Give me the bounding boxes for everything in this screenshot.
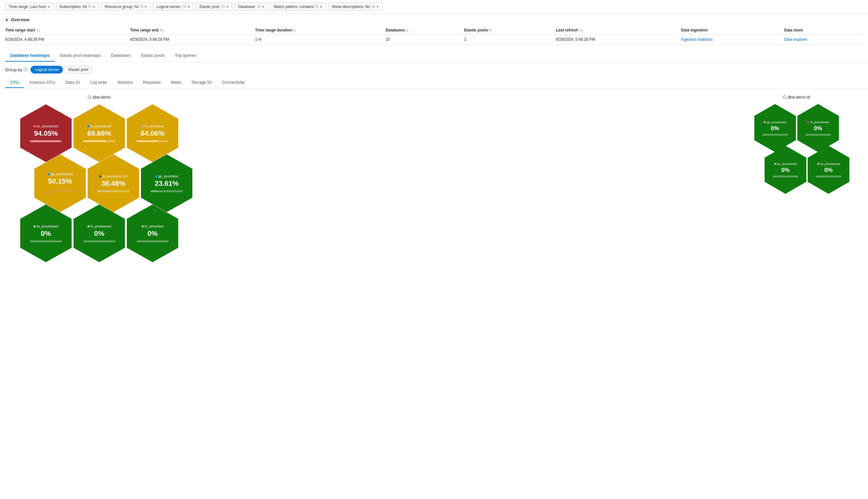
overview-section: ∧ Overview Time range start ↑↓ Time rang… (0, 13, 868, 45)
cluster-dbw-demo-label: ⬡ dbw-demo (88, 95, 110, 99)
cell-duration: 1 hr (255, 35, 386, 45)
sort-icon: ↑↓ (36, 28, 40, 33)
heatmap-spacer (213, 95, 724, 263)
hex-dr-gp-provisioned[interactable]: gp_provisioned 0% (754, 104, 796, 152)
info-icon: ⓘ (222, 4, 225, 9)
hex-hi-provisioned-69[interactable]: hi_provisioned 69.66% (73, 104, 125, 162)
subscription-filter[interactable]: Subscription: Allⓘ∨ (56, 2, 98, 11)
hex-hi-provisioned-0[interactable]: hi_provisioned 0% (73, 204, 125, 262)
chevron-down-icon: ∨ (262, 5, 264, 8)
tab-elastic-pool-heatmaps[interactable]: Elastic pool heatmaps (55, 50, 106, 62)
hex-dr-bc-provisioned-2[interactable]: bc_provisioned 0% (808, 146, 849, 194)
group-by-label: Group by ⓘ (5, 67, 27, 73)
sub-tab-connectivity[interactable]: Connectivity (217, 77, 250, 88)
col-elastic-pools[interactable]: Elastic pools↑↓ (464, 26, 556, 35)
hex-gp-serverless-23[interactable]: gp_serverless 23.61% (141, 154, 192, 212)
col-time-start[interactable]: Time range start ↑↓ (5, 26, 130, 35)
info-icon: ⓘ (183, 4, 186, 9)
server-icon: ⬡ (88, 95, 91, 99)
hex-gp-provisioned-50[interactable]: gp_provisioned 50.15% (34, 154, 86, 212)
info-icon: ⓘ (371, 4, 375, 9)
sub-tab-requests[interactable]: Requests (138, 77, 166, 88)
sub-tab-data-io[interactable]: Data IO (60, 77, 85, 88)
hex-hi-serverless-64[interactable]: hi_serverless 64.06% (127, 104, 178, 162)
sub-tab-workers[interactable]: Workers (112, 77, 138, 88)
info-icon: ⓘ (257, 4, 261, 9)
col-time-end[interactable]: Time range end ↑↓ (130, 26, 255, 35)
sub-tab-log-write[interactable]: Log write (85, 77, 112, 88)
tab-databases[interactable]: Databases (106, 50, 136, 62)
hex-dr-row-1: bc_provisioned 0% bc_provisioned 0% (764, 145, 850, 194)
table-row: 8/29/2024, 4:48:28 PM 8/29/2024, 5:48:28… (5, 35, 863, 45)
filter-label: Subscription: All (59, 4, 87, 9)
sub-tab-instance-cpu[interactable]: Instance CPU (24, 77, 60, 88)
overview-title: Overview (11, 17, 29, 22)
hex-dr-bc-provisioned-1[interactable]: bc_provisioned 0% (764, 146, 806, 194)
hex-bc-provisioned-0-1[interactable]: bc_provisioned 0% (20, 204, 72, 262)
chevron-down-icon: ∨ (48, 5, 50, 8)
resource-group-filter[interactable]: Resource group: Allⓘ∨ (101, 2, 150, 11)
sub-tab-cpu[interactable]: CPU (5, 77, 24, 88)
hex-row-2: bc_provisioned 0% hi_provisioned 0% (19, 204, 179, 263)
overview-chevron: ∧ (5, 17, 8, 22)
sort-icon: ↑↓ (292, 28, 296, 33)
hex-hi-serverless-0[interactable]: hi_serverless 0% (127, 204, 178, 262)
chevron-down-icon: ∨ (226, 5, 229, 8)
filter-label: Elastic pool: (199, 4, 220, 9)
col-duration[interactable]: Time range duration↑↓ (255, 26, 386, 35)
info-icon: ⓘ (23, 67, 27, 73)
show-descriptions-filter[interactable]: Show descriptions: Noⓘ∨ (328, 2, 382, 11)
sub-tab-waits[interactable]: Waits (166, 77, 186, 88)
match-pattern-filter[interactable]: Match pattern: containsⓘ∨ (270, 2, 326, 11)
sort-icon: ↑↓ (405, 28, 408, 33)
sort-icon: ↑↓ (159, 28, 164, 33)
cell-time-end: 8/29/2024, 5:48:28 PM (130, 35, 255, 45)
group-by-section: Group by ⓘ Logical server Elastic pool (0, 62, 868, 77)
cell-elastic-pools: 1 (464, 35, 556, 45)
sort-icon: ↑↓ (488, 28, 492, 33)
ingestion-statistics-link[interactable]: Ingestion statistics (681, 37, 713, 42)
cell-data-ingestion[interactable]: Ingestion statistics (681, 35, 784, 45)
group-logical-server-btn[interactable]: Logical server (31, 66, 63, 73)
filter-label: Show descriptions: No (332, 4, 370, 9)
server-icon-dr: ⬡ (783, 95, 786, 99)
tab-database-heatmaps[interactable]: Database heatmaps (5, 50, 55, 62)
sparkline (44, 188, 76, 194)
database-filter[interactable]: Database: ⓘ∨ (235, 2, 268, 11)
col-last-refresh[interactable]: Last refresh ↑↓ (556, 26, 681, 35)
hex-hi-serverless-nr1-36[interactable]: hi_serverless_nr1 36.48% (88, 154, 139, 212)
cluster-dbw-demo-dr: ⬡ dbw-demo-dr gp_provisioned 0% (743, 95, 850, 263)
cluster-dbw-demo: ⬡ dbw-demo bc_provisioned 94.05% (5, 95, 193, 263)
filter-bar: Time range: Last hour∨Subscription: Allⓘ… (0, 0, 868, 13)
overview-header[interactable]: ∧ Overview (5, 17, 863, 22)
filter-label: Time range: Last hour (9, 4, 46, 9)
info-icon: ⓘ (315, 4, 319, 9)
sub-tabs: CPU Instance CPU Data IO Log write Worke… (0, 77, 868, 88)
chevron-down-icon: ∨ (144, 5, 147, 8)
filter-label: Logical server: (156, 4, 181, 9)
cell-last-refresh: 8/29/2024, 5:48:28 PM (556, 35, 681, 45)
tab-top-queries[interactable]: Top queries (169, 50, 201, 62)
cell-time-start: 8/29/2024, 4:48:28 PM (5, 35, 130, 45)
cell-data-store[interactable]: Data explorer (784, 35, 863, 45)
col-data-ingestion: Data ingestion (681, 26, 784, 35)
filter-label: Database: (238, 4, 256, 9)
overview-table: Time range start ↑↓ Time range end ↑↓ Ti… (5, 26, 863, 45)
hex-dr-hi-provisioned[interactable]: hi_provisioned 0% (797, 104, 839, 152)
chevron-down-icon: ∨ (376, 5, 379, 8)
logical-server-filter[interactable]: Logical server: ⓘ∨ (153, 2, 193, 11)
hex-bc-provisioned-94[interactable]: bc_provisioned 94.05% (20, 104, 72, 162)
info-icon: ⓘ (140, 4, 143, 9)
elastic-pool-filter[interactable]: Elastic pool: ⓘ∨ (196, 2, 232, 11)
filter-label: Match pattern: contains (274, 4, 314, 9)
group-elastic-pool-btn[interactable]: Elastic pool (64, 66, 92, 73)
col-data-store: Data store (784, 26, 863, 35)
data-explorer-link[interactable]: Data explorer (784, 37, 807, 42)
group-by-options: Logical server Elastic pool (31, 66, 92, 73)
chevron-down-icon: ∨ (188, 5, 190, 8)
time-range-filter[interactable]: Time range: Last hour∨ (5, 3, 53, 11)
tab-elastic-pools[interactable]: Elastic pools (136, 50, 169, 62)
chevron-down-icon: ∨ (93, 5, 95, 8)
col-databases[interactable]: Databases↑↓ (385, 26, 464, 35)
sub-tab-storage-io[interactable]: Storage IO (186, 77, 217, 88)
